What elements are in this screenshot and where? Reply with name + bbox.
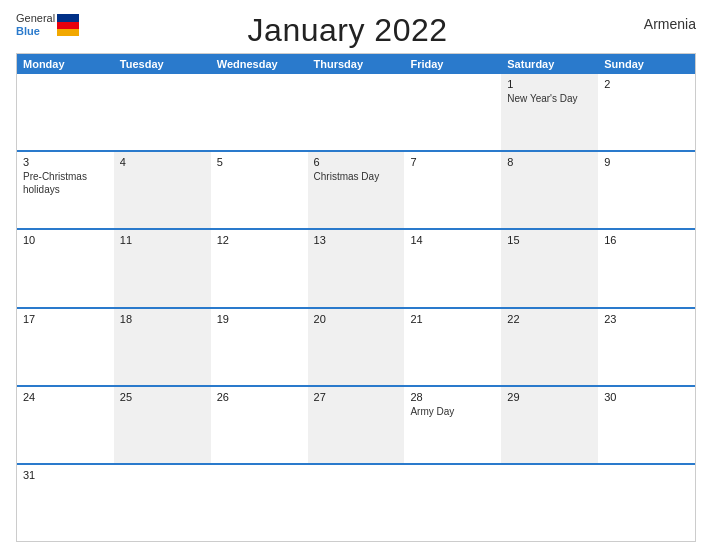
- logo: General Blue: [16, 12, 79, 38]
- day-number: 5: [217, 156, 302, 168]
- day-number: 26: [217, 391, 302, 403]
- day-number: 30: [604, 391, 689, 403]
- day-number: 24: [23, 391, 108, 403]
- title-block: January 2022: [79, 12, 616, 49]
- day-number: 8: [507, 156, 592, 168]
- day-number: 23: [604, 313, 689, 325]
- day-of-week-header: Friday: [404, 54, 501, 74]
- country-label: Armenia: [616, 12, 696, 32]
- day-number: 28: [410, 391, 495, 403]
- day-number: 3: [23, 156, 108, 168]
- day-number: 15: [507, 234, 592, 246]
- calendar-week: 17181920212223: [17, 307, 695, 385]
- day-number: 7: [410, 156, 495, 168]
- calendar-cell: 29: [501, 387, 598, 463]
- calendar-cell: [17, 74, 114, 150]
- logo-flag: [57, 14, 79, 36]
- logo-text: General Blue: [16, 12, 55, 38]
- day-number: 31: [23, 469, 108, 481]
- calendar-cell: 3Pre-Christmas holidays: [17, 152, 114, 228]
- calendar-cell: 1New Year's Day: [501, 74, 598, 150]
- calendar-cell: [598, 465, 695, 541]
- event-label: Pre-Christmas holidays: [23, 171, 87, 195]
- calendar-cell: 17: [17, 309, 114, 385]
- calendar: MondayTuesdayWednesdayThursdayFridaySatu…: [16, 53, 696, 542]
- calendar-cell: 18: [114, 309, 211, 385]
- calendar-cell: [211, 465, 308, 541]
- page: General Blue January 2022 Armenia Monday…: [0, 0, 712, 550]
- month-title: January 2022: [79, 12, 616, 49]
- calendar-week: 1New Year's Day2: [17, 74, 695, 150]
- calendar-cell: 15: [501, 230, 598, 306]
- calendar-cell: [308, 465, 405, 541]
- event-label: New Year's Day: [507, 93, 577, 104]
- calendar-cell: 30: [598, 387, 695, 463]
- event-label: Army Day: [410, 406, 454, 417]
- calendar-cell: 11: [114, 230, 211, 306]
- day-number: 21: [410, 313, 495, 325]
- day-number: 16: [604, 234, 689, 246]
- day-of-week-header: Sunday: [598, 54, 695, 74]
- logo-blue: Blue: [16, 25, 55, 38]
- day-number: 9: [604, 156, 689, 168]
- calendar-week: 31: [17, 463, 695, 541]
- day-number: 12: [217, 234, 302, 246]
- calendar-cell: 13: [308, 230, 405, 306]
- day-number: 25: [120, 391, 205, 403]
- calendar-body: 1New Year's Day23Pre-Christmas holidays4…: [17, 74, 695, 541]
- calendar-week: 3Pre-Christmas holidays456Christmas Day7…: [17, 150, 695, 228]
- day-number: 22: [507, 313, 592, 325]
- calendar-cell: [211, 74, 308, 150]
- day-number: 18: [120, 313, 205, 325]
- calendar-cell: 20: [308, 309, 405, 385]
- calendar-cell: [404, 74, 501, 150]
- calendar-cell: [501, 465, 598, 541]
- day-number: 11: [120, 234, 205, 246]
- logo-general: General: [16, 12, 55, 25]
- day-of-week-header: Monday: [17, 54, 114, 74]
- calendar-week: 2425262728Army Day2930: [17, 385, 695, 463]
- calendar-cell: [114, 465, 211, 541]
- day-number: 2: [604, 78, 689, 90]
- day-number: 10: [23, 234, 108, 246]
- calendar-cell: 5: [211, 152, 308, 228]
- calendar-cell: 22: [501, 309, 598, 385]
- day-number: 27: [314, 391, 399, 403]
- calendar-cell: 28Army Day: [404, 387, 501, 463]
- calendar-cell: 23: [598, 309, 695, 385]
- calendar-cell: [308, 74, 405, 150]
- calendar-cell: 4: [114, 152, 211, 228]
- calendar-cell: 27: [308, 387, 405, 463]
- calendar-cell: 12: [211, 230, 308, 306]
- day-of-week-header: Tuesday: [114, 54, 211, 74]
- day-of-week-header: Saturday: [501, 54, 598, 74]
- calendar-cell: 8: [501, 152, 598, 228]
- calendar-cell: 16: [598, 230, 695, 306]
- calendar-header: MondayTuesdayWednesdayThursdayFridaySatu…: [17, 54, 695, 74]
- day-number: 29: [507, 391, 592, 403]
- calendar-cell: 26: [211, 387, 308, 463]
- day-number: 14: [410, 234, 495, 246]
- day-number: 19: [217, 313, 302, 325]
- calendar-cell: [404, 465, 501, 541]
- calendar-cell: 10: [17, 230, 114, 306]
- calendar-week: 10111213141516: [17, 228, 695, 306]
- day-of-week-header: Thursday: [308, 54, 405, 74]
- calendar-cell: 19: [211, 309, 308, 385]
- calendar-cell: 9: [598, 152, 695, 228]
- day-number: 6: [314, 156, 399, 168]
- day-of-week-header: Wednesday: [211, 54, 308, 74]
- day-number: 17: [23, 313, 108, 325]
- event-label: Christmas Day: [314, 171, 380, 182]
- day-number: 13: [314, 234, 399, 246]
- day-number: 20: [314, 313, 399, 325]
- header: General Blue January 2022 Armenia: [16, 12, 696, 49]
- day-number: 1: [507, 78, 592, 90]
- calendar-cell: [114, 74, 211, 150]
- calendar-cell: 2: [598, 74, 695, 150]
- calendar-cell: 14: [404, 230, 501, 306]
- calendar-cell: 6Christmas Day: [308, 152, 405, 228]
- calendar-cell: 7: [404, 152, 501, 228]
- day-number: 4: [120, 156, 205, 168]
- calendar-cell: 24: [17, 387, 114, 463]
